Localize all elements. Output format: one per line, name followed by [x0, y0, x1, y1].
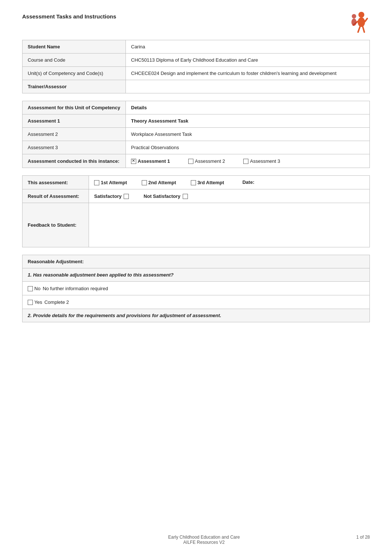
student-name-value: Carina: [126, 40, 370, 54]
svg-line-3: [365, 18, 367, 21]
assessment3-checkbox-label[interactable]: Assessment 3: [243, 158, 280, 164]
ra-yes-checkbox-label[interactable]: Yes Complete 2: [28, 299, 69, 305]
assessment2-value: Workplace Assessment Task: [126, 128, 370, 141]
instance-checkboxes: Assessment 1 Assessment 2 Assessment 3: [126, 154, 370, 168]
svg-point-6: [352, 14, 356, 18]
assessment1-checkbox-label[interactable]: Assessment 1: [131, 158, 170, 164]
attempt-label: This assessment:: [23, 176, 89, 189]
assessment3-label: Assessment 3: [23, 141, 126, 154]
result-checkboxes: Satisfactory Not Satisfactory: [89, 189, 370, 203]
ra-yes-option: Yes Complete 2: [23, 295, 369, 309]
assessment-col1-header: Assessment for this Unit of Competency: [23, 101, 126, 114]
header: Assessment Tasks and Instructions: [22, 11, 370, 33]
result-row: Result of Assessment: Satisfactory Not S…: [23, 189, 370, 203]
not-satisfactory-checkbox-label[interactable]: Not Satisfactory: [144, 193, 188, 199]
feedback-row: Feedback to Student:: [23, 203, 370, 247]
logo: [346, 11, 370, 33]
ra-yes-label: Yes: [34, 299, 42, 305]
footer-page-info: 1 of 28: [356, 535, 370, 545]
course-code-label: Course and Code: [23, 54, 126, 67]
svg-line-4: [358, 27, 360, 32]
assessment1-checkbox[interactable]: [131, 159, 136, 164]
course-code-value: CHC50113 Diploma of Early Childhood Educ…: [126, 54, 370, 67]
trainer-label: Trainer/Assessor: [23, 80, 126, 93]
assessment1-value: Theory Assessment Task: [126, 114, 370, 128]
satisfactory-checkbox-label[interactable]: Satisfactory: [94, 193, 129, 199]
logo-icon: [346, 11, 370, 33]
instance-row: Assessment conducted in this instance: A…: [23, 154, 370, 168]
ra-no-option: No No further information required: [23, 282, 369, 295]
competency-code-row: Unit(s) of Competency and Code(s) CHCECE…: [23, 67, 370, 80]
footer-line1: Early Childhood Education and Care: [52, 535, 356, 540]
assessment3-row: Assessment 3 Practical Observations: [23, 141, 370, 154]
ra-question1: 1. Has reasonable adjustment been applie…: [23, 268, 369, 282]
svg-point-7: [351, 18, 357, 26]
assessment2-checkbox[interactable]: [188, 159, 193, 164]
svg-line-5: [363, 27, 364, 32]
not-satisfactory-checkbox[interactable]: [183, 194, 188, 199]
feedback-value[interactable]: [89, 203, 370, 247]
svg-point-0: [358, 12, 364, 18]
satisfactory-checkbox[interactable]: [124, 194, 129, 199]
course-code-row: Course and Code CHC50113 Diploma of Earl…: [23, 54, 370, 67]
ra-no-label: No: [34, 286, 41, 291]
attempt-table: This assessment: 1st Attempt 2nd Attempt…: [22, 175, 370, 247]
assessment-table: Assessment for this Unit of Competency D…: [22, 101, 370, 168]
assessment3-checkbox[interactable]: [243, 159, 248, 164]
attempt1-checkbox[interactable]: [94, 180, 99, 185]
assessment1-row: Assessment 1 Theory Assessment Task: [23, 114, 370, 128]
footer-left: [22, 535, 52, 545]
assessment2-row: Assessment 2 Workplace Assessment Task: [23, 128, 370, 141]
assessment2-label: Assessment 2: [23, 128, 126, 141]
competency-code-label: Unit(s) of Competency and Code(s): [23, 67, 126, 80]
assessment-col2-header: Details: [126, 101, 370, 114]
ra-yes-checkbox[interactable]: [28, 300, 33, 305]
svg-point-1: [358, 17, 365, 27]
student-name-label: Student Name: [23, 40, 126, 54]
assessment3-value: Practical Observations: [126, 141, 370, 154]
trainer-row: Trainer/Assessor: [23, 80, 370, 93]
ra-no-checkbox-label[interactable]: No No further information required: [28, 286, 108, 291]
info-table: Student Name Carina Course and Code CHC5…: [22, 40, 370, 93]
attempt2-checkbox-label[interactable]: 2nd Attempt: [142, 180, 176, 185]
student-name-row: Student Name Carina: [23, 40, 370, 54]
attempt3-checkbox[interactable]: [191, 180, 196, 185]
attempt-row: This assessment: 1st Attempt 2nd Attempt…: [23, 176, 370, 189]
ra-header: Reasonable Adjustment:: [23, 255, 369, 268]
reasonable-adjustment-section: Reasonable Adjustment: 1. Has reasonable…: [22, 255, 370, 322]
attempt2-checkbox[interactable]: [142, 180, 147, 185]
page: Assessment Tasks and Instructions Studen…: [0, 0, 392, 556]
attempt-checkboxes: 1st Attempt 2nd Attempt 3rd Attempt Date…: [89, 176, 370, 189]
date-label: Date:: [243, 179, 255, 185]
assessment-header-row: Assessment for this Unit of Competency D…: [23, 101, 370, 114]
assessment2-checkbox-label[interactable]: Assessment 2: [188, 158, 225, 164]
footer-line2: AILFE Resources V2: [52, 540, 356, 545]
ra-yes-detail: Complete 2: [44, 299, 69, 305]
feedback-label: Feedback to Student:: [23, 203, 89, 247]
attempt3-checkbox-label[interactable]: 3rd Attempt: [191, 180, 224, 185]
trainer-value: [126, 80, 370, 93]
instance-label: Assessment conducted in this instance:: [23, 154, 126, 168]
assessment1-label: Assessment 1: [23, 114, 126, 128]
footer: Early Childhood Education and Care AILFE…: [0, 535, 392, 545]
attempt1-checkbox-label[interactable]: 1st Attempt: [94, 180, 127, 185]
ra-no-checkbox[interactable]: [28, 286, 33, 291]
footer-center: Early Childhood Education and Care AILFE…: [52, 535, 356, 545]
competency-code-value: CHCECE024 Design and implement the curri…: [126, 67, 370, 80]
ra-no-detail: No further information required: [43, 286, 108, 291]
ra-question2: 2. Provide details for the requirements …: [23, 309, 369, 322]
page-title: Assessment Tasks and Instructions: [22, 11, 116, 20]
result-label: Result of Assessment:: [23, 189, 89, 203]
